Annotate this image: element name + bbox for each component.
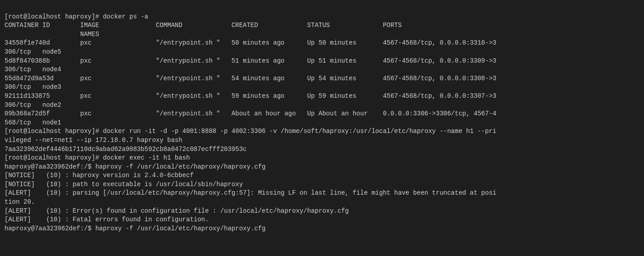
terminal-line-21: [ALERT] (10) : parsing [/usr/local/etc/h… [5,189,639,198]
terminal-line-19: [NOTICE] (10) : haproxy version is 2.4.0… [5,171,639,180]
terminal-line-2: CONTAINER ID IMAGE COMMAND CREATED STATU… [5,21,639,30]
terminal-window[interactable]: [root@localhost haproxy]# docker ps -aCO… [0,0,644,256]
terminal-line-3: NAMES [5,30,639,39]
terminal-line-12: 09b368a72d5f pxc "/entrypoint.sh " About… [5,110,639,119]
terminal-line-17: [root@localhost haproxy]# docker exec -i… [5,154,639,163]
terminal-line-16: 7aa323962def4446b17110dc9abad62a9083b592… [5,145,639,154]
terminal-line-8: 55d8472d9a53d pxc "/entrypoint.sh " 54 m… [5,74,639,83]
terminal-line-20: [NOTICE] (10) : path to executable is /u… [5,180,639,189]
terminal-line-4: 34558f1e740d pxc "/entrypoint.sh " 50 mi… [5,39,639,48]
terminal-line-1: [root@localhost haproxy]# docker ps -a [5,13,639,22]
terminal-line-15: vileged --net=net1 --ip 172.18.0.7 hapro… [5,136,639,145]
terminal-line-14: [root@localhost haproxy]# docker run -it… [5,127,639,136]
terminal-line-25: haproxy@7aa323962def:/$ haproxy -f /usr/… [5,224,639,233]
terminal-line-9: 306/tcp node3 [5,83,639,92]
terminal-line-18: haproxy@7aa323962def:/$ haproxy -f /usr/… [5,163,639,172]
terminal-line-13: 568/tcp node1 [5,119,639,128]
terminal-line-7: 306/tcp node4 [5,65,639,74]
terminal-line-5: 306/tcp node5 [5,48,639,57]
terminal-line-23: [ALERT] (10) : Error(s) found in configu… [5,207,639,216]
terminal-line-24: [ALERT] (10) : Fatal errors found in con… [5,215,639,224]
terminal-line-6: 5d8f8470388b pxc "/entrypoint.sh " 51 mi… [5,57,639,66]
terminal-line-22: tion 20. [5,198,639,207]
terminal-line-11: 306/tcp node2 [5,101,639,110]
terminal-line-10: 92111d133875 pxc "/entrypoint.sh " 59 mi… [5,92,639,101]
